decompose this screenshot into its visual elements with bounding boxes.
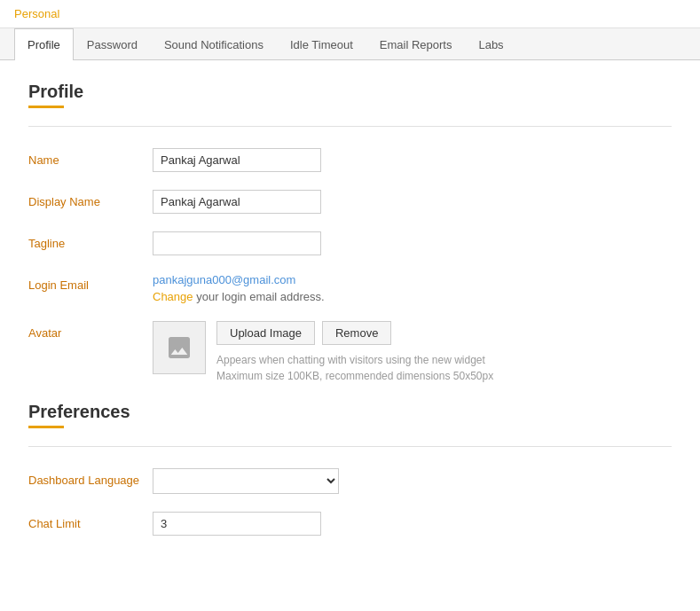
remove-button[interactable]: Remove xyxy=(322,321,391,345)
login-email-row: Login Email pankajguna000@gmail.com Chan… xyxy=(28,273,672,303)
dashboard-language-field xyxy=(153,468,672,494)
dashboard-language-row: Dashboard Language xyxy=(28,468,672,494)
avatar-row: Avatar Upload Image Remove Appears when … xyxy=(28,321,672,384)
tagline-field xyxy=(153,231,672,255)
preferences-divider xyxy=(28,446,672,447)
tab-sound-notifications[interactable]: Sound Notifications xyxy=(151,28,277,60)
profile-divider xyxy=(28,126,672,127)
login-email-label: Login Email xyxy=(28,273,153,292)
tab-idle-timeout[interactable]: Idle Timeout xyxy=(277,28,366,60)
display-name-input[interactable] xyxy=(153,190,321,214)
avatar-placeholder xyxy=(153,321,206,374)
login-email-value: pankajguna000@gmail.com xyxy=(153,273,672,286)
display-name-row: Display Name xyxy=(28,190,672,214)
upload-image-button[interactable]: Upload Image xyxy=(216,321,315,345)
chat-limit-input[interactable] xyxy=(153,512,321,536)
tab-password[interactable]: Password xyxy=(74,28,151,60)
tab-profile[interactable]: Profile xyxy=(14,28,74,60)
tagline-row: Tagline xyxy=(28,231,672,255)
change-email-row: Change your login email address. xyxy=(153,290,672,303)
name-field xyxy=(153,148,672,172)
profile-section-title: Profile xyxy=(28,82,672,102)
tagline-input[interactable] xyxy=(153,231,321,255)
avatar-controls: Upload Image Remove Appears when chattin… xyxy=(216,321,518,384)
change-email-link[interactable]: Change xyxy=(153,290,193,303)
preferences-section: Preferences Dashboard Language Chat Limi… xyxy=(28,402,672,536)
preferences-underline xyxy=(28,426,64,428)
avatar-area: Upload Image Remove Appears when chattin… xyxy=(153,321,672,384)
name-label: Name xyxy=(28,148,153,167)
avatar-label: Avatar xyxy=(28,321,153,340)
chat-limit-label: Chat Limit xyxy=(28,512,153,530)
profile-section: Profile Name Display Name Tagline Logi xyxy=(28,82,672,384)
image-icon xyxy=(165,333,193,362)
breadcrumb[interactable]: Personal xyxy=(14,7,59,20)
avatar-hint: Appears when chatting with visitors usin… xyxy=(216,352,518,384)
avatar-field: Upload Image Remove Appears when chattin… xyxy=(153,321,672,384)
tab-email-reports[interactable]: Email Reports xyxy=(366,28,466,60)
dashboard-language-select[interactable] xyxy=(153,468,339,494)
tab-labs[interactable]: Labs xyxy=(465,28,516,60)
avatar-buttons-row: Upload Image Remove xyxy=(216,321,518,345)
preferences-section-title: Preferences xyxy=(28,402,672,422)
tabs-bar: Profile Password Sound Notifications Idl… xyxy=(0,28,700,60)
name-input[interactable] xyxy=(153,148,321,172)
name-row: Name xyxy=(28,148,672,172)
change-email-suffix: your login email address. xyxy=(196,290,325,303)
display-name-label: Display Name xyxy=(28,190,153,208)
dashboard-language-label: Dashboard Language xyxy=(28,468,153,487)
chat-limit-row: Chat Limit xyxy=(28,512,672,536)
display-name-field xyxy=(153,190,672,214)
profile-underline xyxy=(28,106,64,108)
tagline-label: Tagline xyxy=(28,231,153,250)
chat-limit-field xyxy=(153,512,672,536)
login-email-field: pankajguna000@gmail.com Change your logi… xyxy=(153,273,672,303)
